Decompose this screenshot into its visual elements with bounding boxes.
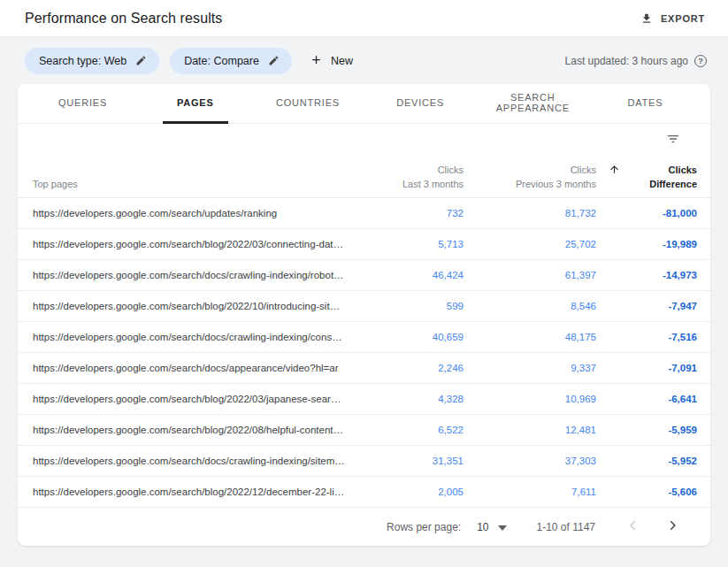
tab-search-appearance[interactable]: SEARCH APPEARANCE (477, 84, 589, 123)
table-row[interactable]: https://developers.google.com/search/blo… (18, 229, 710, 260)
export-label: EXPORT (661, 13, 705, 24)
clicks-last-value: 2,005 (356, 487, 464, 497)
performance-card: QUERIES PAGES COUNTRIES DEVICES SEARCH A… (18, 84, 710, 546)
previous-page-button[interactable] (622, 514, 645, 540)
clicks-difference-value: -81,000 (596, 208, 697, 218)
tab-pages[interactable]: PAGES (139, 84, 251, 123)
table-row[interactable]: https://developers.google.com/search/doc… (18, 446, 710, 477)
column-header-clicks-previous[interactable]: Clicks Previous 3 months (464, 163, 596, 191)
edit-pencil-icon (268, 55, 280, 66)
column-header-clicks-last[interactable]: Clicks Last 3 months (356, 163, 464, 191)
tab-label: SEARCH APPEARANCE (477, 84, 589, 124)
clicks-difference-value: -14,973 (596, 270, 697, 280)
download-icon (640, 12, 653, 25)
page-url[interactable]: https://developers.google.com/search/blo… (33, 239, 356, 249)
clicks-difference-value: -7,091 (596, 363, 697, 373)
clicks-previous-value: 61,397 (464, 270, 596, 280)
clicks-previous-value: 25,702 (464, 239, 596, 249)
table-row[interactable]: https://developers.google.com/search/doc… (18, 260, 710, 291)
table-row[interactable]: https://developers.google.com/search/upd… (18, 198, 710, 229)
page-url[interactable]: https://developers.google.com/search/blo… (33, 394, 356, 404)
table-footer: Rows per page: 10 1-10 of 1147 (18, 508, 710, 546)
table-row[interactable]: https://developers.google.com/search/doc… (18, 322, 710, 353)
table-row[interactable]: https://developers.google.com/search/blo… (18, 415, 710, 446)
filter-table-button[interactable] (663, 128, 684, 152)
chevron-left-icon (627, 519, 640, 534)
clicks-difference-value: -6,641 (596, 394, 697, 404)
table-body: https://developers.google.com/search/upd… (18, 198, 710, 508)
column-header-clicks-difference[interactable]: Clicks Difference (596, 163, 697, 191)
edit-pencil-icon (135, 55, 147, 66)
filter-list-icon (666, 132, 680, 149)
clicks-difference-value: -5,959 (596, 425, 697, 435)
page-url[interactable]: https://developers.google.com/search/doc… (33, 270, 356, 280)
dropdown-arrow-icon (498, 521, 507, 533)
table-row[interactable]: https://developers.google.com/search/blo… (18, 384, 710, 415)
table-row[interactable]: https://developers.google.com/search/blo… (18, 291, 710, 322)
rows-per-page-label: Rows per page: (387, 521, 461, 533)
page-url[interactable]: https://developers.google.com/search/upd… (33, 208, 356, 218)
clicks-difference-value: -5,606 (596, 487, 697, 497)
page-title: Performance on Search results (25, 11, 222, 27)
clicks-difference-value: -7,947 (596, 301, 697, 311)
page-url[interactable]: https://developers.google.com/search/doc… (33, 456, 356, 466)
tab-label: QUERIES (44, 84, 121, 124)
tab-label: COUNTRIES (262, 84, 354, 124)
rows-per-page-value: 10 (477, 521, 488, 533)
tab-label: DATES (614, 84, 678, 124)
table-row[interactable]: https://developers.google.com/search/doc… (18, 353, 710, 384)
chevron-right-icon (666, 519, 678, 534)
last-updated-text: Last updated: 3 hours ago (565, 55, 688, 67)
page-url[interactable]: https://developers.google.com/search/doc… (33, 363, 356, 373)
clicks-last-value: 599 (356, 301, 464, 311)
page-url[interactable]: https://developers.google.com/search/doc… (33, 332, 356, 342)
pagination-range: 1-10 of 1147 (537, 521, 596, 533)
plus-icon (310, 53, 323, 69)
table-toolbar (18, 124, 710, 156)
clicks-previous-value: 12,481 (464, 425, 596, 435)
clicks-previous-value: 8,546 (464, 301, 596, 311)
clicks-difference-value: -7,516 (596, 332, 697, 342)
filter-chip-search-type[interactable]: Search type: Web (25, 48, 159, 74)
last-updated: Last updated: 3 hours ago ? (565, 55, 707, 67)
tab-devices[interactable]: DEVICES (364, 84, 477, 123)
chip-label: Date: Compare (184, 55, 259, 67)
filter-bar: Search type: Web Date: Compare New (0, 37, 728, 84)
clicks-previous-value: 48,175 (464, 332, 596, 342)
clicks-last-value: 4,328 (356, 394, 464, 404)
column-header-top-pages[interactable]: Top pages (33, 179, 356, 197)
page-url[interactable]: https://developers.google.com/search/blo… (33, 487, 356, 497)
tab-dates[interactable]: DATES (589, 84, 701, 123)
filter-chip-date[interactable]: Date: Compare (170, 48, 292, 74)
clicks-previous-value: 10,969 (464, 394, 596, 404)
clicks-last-value: 6,522 (356, 425, 464, 435)
clicks-last-value: 31,351 (356, 456, 464, 466)
clicks-last-value: 732 (356, 208, 464, 218)
page-url[interactable]: https://developers.google.com/search/blo… (33, 425, 356, 435)
clicks-difference-value: -5,952 (596, 456, 697, 466)
help-icon[interactable]: ? (694, 55, 707, 67)
page-url[interactable]: https://developers.google.com/search/blo… (33, 301, 356, 311)
clicks-last-value: 5,713 (356, 239, 464, 249)
clicks-last-value: 40,659 (356, 332, 464, 342)
rows-per-page-select[interactable]: 10 (477, 521, 506, 533)
new-label: New (331, 55, 353, 67)
tab-label: DEVICES (382, 84, 458, 124)
export-button[interactable]: EXPORT (639, 7, 707, 30)
tab-bar: QUERIES PAGES COUNTRIES DEVICES SEARCH A… (18, 84, 710, 124)
clicks-previous-value: 37,303 (464, 456, 596, 466)
clicks-difference-value: -19,989 (596, 239, 697, 249)
page-header: Performance on Search results EXPORT (0, 0, 728, 37)
clicks-previous-value: 9,337 (464, 363, 596, 373)
table-row[interactable]: https://developers.google.com/search/blo… (18, 477, 710, 508)
tab-countries[interactable]: COUNTRIES (251, 84, 364, 123)
table-header-row: Top pages Clicks Last 3 months Clicks Pr… (18, 156, 710, 198)
tab-label: PAGES (163, 84, 228, 124)
new-filter-button[interactable]: New (310, 53, 353, 69)
chip-label: Search type: Web (39, 55, 126, 67)
tab-queries[interactable]: QUERIES (27, 84, 139, 123)
clicks-previous-value: 81,732 (464, 208, 596, 218)
next-page-button[interactable] (661, 514, 684, 540)
sort-arrow-up-icon[interactable] (609, 164, 620, 175)
clicks-last-value: 46,424 (356, 270, 464, 280)
